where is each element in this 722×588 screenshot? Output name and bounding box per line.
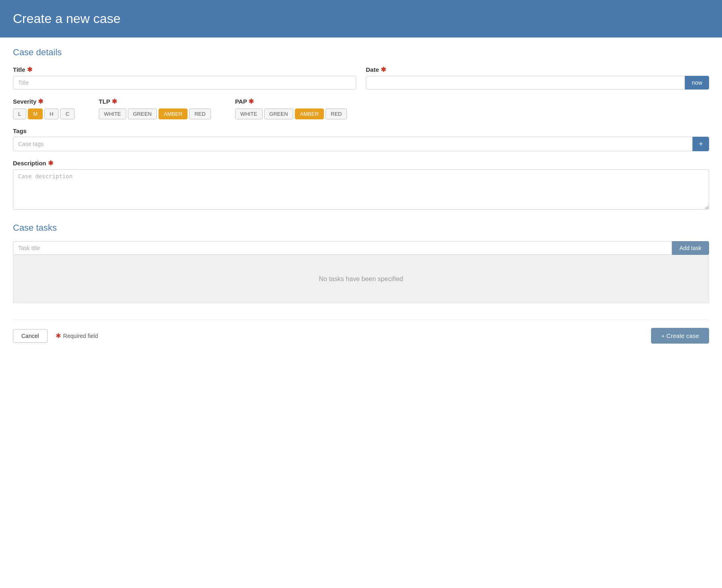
date-label: Date ✱ [366, 66, 709, 73]
tlp-group: TLP ✱ WHITE GREEN AMBER RED [99, 98, 211, 119]
case-details-section: Case details Title ✱ Date ✱ 02-09-2021 1… [13, 47, 709, 210]
tags-label: Tags [13, 127, 709, 134]
severity-group: Severity ✱ L M H C [13, 98, 75, 119]
date-group: Date ✱ 02-09-2021 15:12 now [366, 66, 709, 90]
tasks-empty-state: No tasks have been specified [13, 255, 709, 303]
pap-buttons: WHITE GREEN AMBER RED [235, 108, 347, 119]
severity-label: Severity ✱ [13, 98, 75, 105]
tlp-amber-button[interactable]: AMBER [159, 108, 188, 119]
severity-m-button[interactable]: M [28, 108, 43, 119]
tlp-required-star: ✱ [112, 98, 117, 105]
tlp-green-button[interactable]: GREEN [128, 108, 157, 119]
date-input-group: 02-09-2021 15:12 now [366, 76, 709, 90]
tags-input[interactable] [13, 137, 693, 151]
add-tag-button[interactable]: + [693, 137, 709, 151]
severity-buttons: L M H C [13, 108, 75, 119]
case-tasks-section: Case tasks Add task No tasks have been s… [13, 223, 709, 303]
required-field-label: Required field [63, 333, 98, 339]
task-title-input[interactable] [13, 241, 672, 255]
severity-required-star: ✱ [38, 98, 43, 105]
page-title: Create a new case [13, 11, 709, 26]
title-group: Title ✱ [13, 66, 356, 90]
title-date-row: Title ✱ Date ✱ 02-09-2021 15:12 now [13, 66, 709, 90]
description-group: Description ✱ [13, 159, 709, 210]
severity-l-button[interactable]: L [13, 108, 26, 119]
tags-row: Tags + [13, 127, 709, 151]
page-content: Case details Title ✱ Date ✱ 02-09-2021 1… [0, 38, 722, 361]
pap-red-button[interactable]: RED [326, 108, 347, 119]
case-details-title: Case details [13, 47, 709, 58]
pap-green-button[interactable]: GREEN [264, 108, 293, 119]
add-task-button[interactable]: Add task [672, 241, 709, 255]
case-tasks-title: Case tasks [13, 223, 709, 233]
tlp-label: TLP ✱ [99, 98, 211, 105]
tlp-white-button[interactable]: WHITE [99, 108, 126, 119]
create-case-button[interactable]: + Create case [651, 328, 709, 344]
form-footer: Cancel ✱ Required field + Create case [13, 319, 709, 352]
tlp-buttons: WHITE GREEN AMBER RED [99, 108, 211, 119]
severity-c-button[interactable]: C [60, 108, 74, 119]
description-required-star: ✱ [48, 159, 53, 167]
title-label: Title ✱ [13, 66, 356, 73]
tags-group: Tags + [13, 127, 709, 151]
title-input[interactable] [13, 76, 356, 90]
date-required-star: ✱ [381, 66, 386, 73]
description-label: Description ✱ [13, 159, 709, 167]
severity-tlp-pap-row: Severity ✱ L M H C TLP ✱ WHITE GRE [13, 98, 709, 119]
tlp-red-button[interactable]: RED [189, 108, 211, 119]
date-input[interactable]: 02-09-2021 15:12 [366, 76, 685, 90]
title-required-star: ✱ [27, 66, 32, 73]
required-field-note: ✱ Required field [54, 332, 98, 340]
severity-h-button[interactable]: H [44, 108, 58, 119]
pap-label: PAP ✱ [235, 98, 347, 105]
required-star-note: ✱ [56, 332, 61, 340]
now-button[interactable]: now [685, 76, 709, 90]
pap-group: PAP ✱ WHITE GREEN AMBER RED [235, 98, 347, 119]
tasks-empty-message: No tasks have been specified [319, 275, 403, 283]
tags-input-group: + [13, 137, 709, 151]
description-textarea[interactable] [13, 169, 709, 210]
cancel-button[interactable]: Cancel [13, 329, 48, 343]
page-header: Create a new case [0, 0, 722, 38]
pap-white-button[interactable]: WHITE [235, 108, 263, 119]
pap-amber-button[interactable]: AMBER [295, 108, 324, 119]
pap-required-star: ✱ [248, 98, 254, 105]
footer-left: Cancel ✱ Required field [13, 329, 98, 343]
task-input-row: Add task [13, 241, 709, 255]
